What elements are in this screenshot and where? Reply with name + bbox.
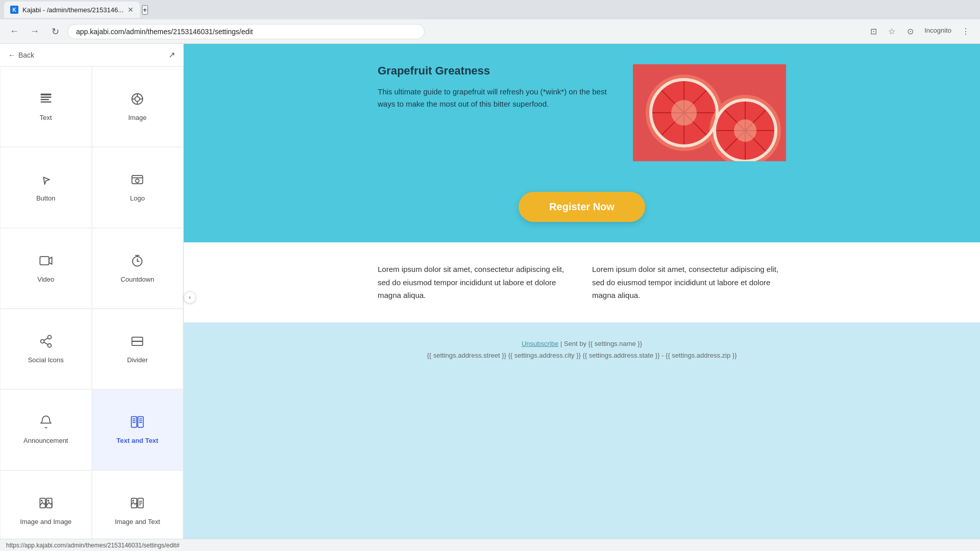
tab-favicon: K (10, 6, 18, 14)
sidebar-item-announcement[interactable]: Announcement (0, 389, 92, 470)
new-tab-button[interactable]: + (142, 5, 148, 15)
svg-point-5 (135, 96, 140, 101)
image-icon (130, 92, 144, 110)
social-icons-icon (39, 334, 53, 352)
svg-point-15 (40, 340, 44, 343)
sidebar-grid: Text Image (0, 66, 183, 551)
toolbar-icons: ⊡ ☆ ⊙ Incognito ⋮ (865, 23, 974, 40)
text-label: Text (40, 114, 52, 121)
footer-section: Unsubscribe | Sent by {{ settings.name }… (184, 322, 980, 377)
menu-icon[interactable]: ⋮ (958, 23, 974, 40)
text-columns-section: Lorem ipsum dolor sit amet, consectetur … (184, 242, 980, 322)
svg-point-46 (671, 100, 697, 126)
incognito-label: Incognito (920, 23, 955, 40)
sidebar-item-countdown[interactable]: Countdown (92, 228, 184, 309)
browser-chrome: K Kajabi - /admin/themes/2153146... ✕ + … (0, 0, 980, 44)
logo-label: Logo (130, 194, 145, 202)
text-columns: Lorem ipsum dolor sit amet, consectetur … (378, 263, 786, 302)
image-and-image-label: Image and Image (20, 518, 71, 525)
grapefruit-image (633, 64, 786, 161)
text-column-1: Lorem ipsum dolor sit amet, consectetur … (378, 263, 572, 302)
svg-rect-2 (40, 99, 48, 100)
sidebar-item-text[interactable]: Text (0, 66, 92, 147)
status-bar: https://app.kajabi.com/admin/themes/2153… (0, 539, 980, 551)
text-icon (39, 92, 53, 110)
hero-text: Grapefruit Greatness This ultimate guide… (378, 64, 612, 110)
svg-point-31 (41, 499, 43, 502)
sidebar-item-social-icons[interactable]: Social Icons (0, 309, 92, 389)
video-label: Video (37, 276, 54, 283)
countdown-icon (130, 254, 144, 271)
sidebar-item-button[interactable]: Button (0, 147, 92, 228)
register-now-button[interactable]: Register Now (519, 192, 645, 222)
sidebar-header: ← Back ↗ (0, 44, 183, 66)
text-and-text-label: Text and Text (116, 437, 158, 444)
content-area: Grapefruit Greatness This ultimate guide… (184, 44, 980, 551)
reload-button[interactable]: ↻ (47, 23, 63, 40)
sidebar-item-text-and-text[interactable]: Text and Text (92, 389, 184, 470)
register-section: Register Now (184, 182, 980, 242)
browser-toolbar: ← → ↻ ⊡ ☆ ⊙ Incognito ⋮ (0, 19, 980, 44)
svg-point-14 (47, 335, 51, 339)
svg-point-35 (132, 499, 134, 502)
social-icons-label: Social Icons (28, 356, 64, 364)
tab-close-button[interactable]: ✕ (128, 6, 134, 14)
image-label: Image (128, 114, 146, 121)
image-and-text-label: Image and Text (115, 518, 160, 525)
hero-section: Grapefruit Greatness This ultimate guide… (184, 44, 980, 182)
sidebar-item-logo[interactable]: Logo (92, 147, 184, 228)
svg-rect-21 (132, 417, 137, 428)
sidebar-item-image[interactable]: Image (92, 66, 184, 147)
button-icon (39, 172, 53, 190)
svg-line-17 (44, 342, 48, 345)
svg-rect-22 (138, 417, 143, 428)
hero-content: Grapefruit Greatness This ultimate guide… (378, 64, 786, 161)
logo-icon (130, 172, 144, 190)
footer-address: {{ settings.address.street }} {{ setting… (427, 352, 737, 359)
svg-rect-1 (40, 96, 51, 97)
email-preview: Grapefruit Greatness This ultimate guide… (184, 44, 980, 551)
countdown-label: Countdown (120, 276, 154, 283)
status-url: https://app.kajabi.com/admin/themes/2153… (6, 542, 180, 549)
unsubscribe-link[interactable]: Unsubscribe (522, 340, 558, 347)
svg-line-18 (44, 338, 48, 341)
divider-label: Divider (127, 356, 148, 364)
svg-point-53 (734, 119, 756, 142)
svg-rect-3 (40, 102, 51, 103)
external-link-icon[interactable]: ↗ (168, 50, 175, 60)
hero-description: This ultimate guide to grapefruit will r… (378, 86, 612, 110)
svg-rect-12 (40, 257, 49, 265)
address-bar[interactable] (67, 24, 425, 39)
back-chevron-icon: ← (8, 51, 15, 59)
announcement-label: Announcement (23, 437, 68, 444)
profile-icon[interactable]: ⊙ (902, 23, 918, 40)
tab-bar: K Kajabi - /admin/themes/2153146... ✕ + (0, 0, 980, 19)
svg-point-32 (47, 499, 50, 502)
forward-navigation-button[interactable]: → (27, 23, 43, 40)
hero-title: Grapefruit Greatness (378, 64, 612, 78)
svg-point-16 (47, 344, 51, 347)
active-tab[interactable]: K Kajabi - /admin/themes/2153146... ✕ (4, 2, 140, 18)
footer-separator: | Sent by {{ settings.name }} (560, 340, 642, 347)
cast-icon[interactable]: ⊡ (865, 23, 881, 40)
text-column-2: Lorem ipsum dolor sit amet, consectetur … (592, 263, 786, 302)
svg-rect-0 (40, 94, 51, 96)
video-icon (39, 254, 53, 271)
tab-title: Kajabi - /admin/themes/2153146... (22, 6, 124, 14)
sidebar-item-video[interactable]: Video (0, 228, 92, 309)
sidebar-item-divider[interactable]: Divider (92, 309, 184, 389)
back-navigation-button[interactable]: ← (6, 23, 22, 40)
bookmark-icon[interactable]: ☆ (884, 23, 900, 40)
image-and-text-icon (130, 496, 144, 514)
sidebar: ← Back ↗ Text (0, 44, 184, 551)
collapse-sidebar-button[interactable]: ‹ (184, 291, 196, 304)
footer-text: Unsubscribe | Sent by {{ settings.name }… (199, 338, 965, 362)
divider-icon (130, 334, 144, 352)
back-label: Back (18, 51, 34, 59)
back-button[interactable]: ← Back (8, 51, 34, 59)
announcement-icon (39, 415, 53, 433)
app-container: ← Back ↗ Text (0, 44, 980, 551)
text-and-text-icon (130, 415, 144, 433)
svg-point-11 (136, 179, 139, 183)
image-and-image-icon (39, 496, 53, 514)
